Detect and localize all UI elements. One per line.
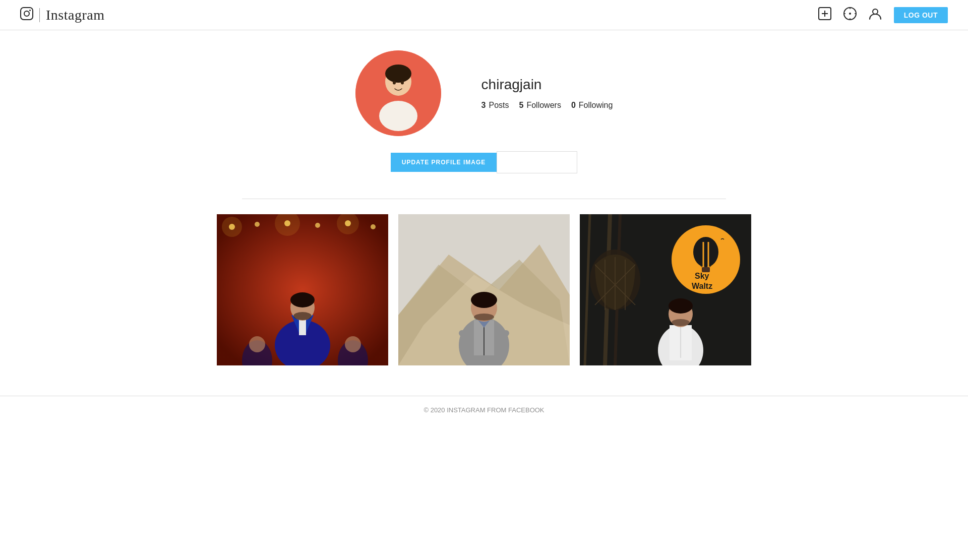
svg-point-17 xyxy=(393,81,396,85)
instagram-camera-icon xyxy=(20,7,33,23)
profile-row: chiragjain 3 Posts 5 Followers 0 Followi… xyxy=(355,50,613,136)
stat-following: 0 Following xyxy=(571,101,613,110)
profile-info: chiragjain 3 Posts 5 Followers 0 Followi… xyxy=(481,77,613,110)
logo-text: Instagram xyxy=(46,7,104,23)
explore-icon[interactable] xyxy=(843,7,857,23)
update-profile-image-button[interactable]: UPDATE PROFILE IMAGE xyxy=(391,153,497,172)
update-profile-row: UPDATE PROFILE IMAGE xyxy=(391,151,577,173)
profile-username: chiragjain xyxy=(481,77,613,93)
svg-rect-50 xyxy=(495,330,509,336)
post-1-inner xyxy=(217,214,388,365)
post-item[interactable] xyxy=(398,214,570,365)
svg-rect-0 xyxy=(21,8,33,20)
logo-divider xyxy=(39,8,40,22)
svg-point-36 xyxy=(249,336,265,352)
svg-point-24 xyxy=(315,223,320,228)
following-label: Following xyxy=(579,101,613,110)
profile-nav-icon[interactable] xyxy=(869,7,882,23)
footer-text: © 2020 INSTAGRAM FROM FACEBOOK xyxy=(424,406,544,414)
svg-point-38 xyxy=(345,336,361,352)
svg-point-7 xyxy=(849,13,851,15)
header-nav: LOG OUT xyxy=(818,7,948,23)
svg-point-74 xyxy=(669,298,693,314)
svg-point-26 xyxy=(371,224,376,229)
svg-point-22 xyxy=(255,222,260,227)
header: Instagram LOG OUT xyxy=(0,0,968,30)
avatar xyxy=(355,50,441,136)
svg-point-1 xyxy=(24,11,29,16)
svg-point-47 xyxy=(471,292,497,308)
svg-text:Waltz: Waltz xyxy=(692,282,712,290)
svg-point-16 xyxy=(379,101,417,131)
svg-text:Sky: Sky xyxy=(695,272,709,280)
svg-point-15 xyxy=(385,65,411,83)
svg-point-75 xyxy=(672,319,690,326)
logout-button[interactable]: LOG OUT xyxy=(894,7,948,23)
followers-label: Followers xyxy=(526,101,561,110)
profile-section: chiragjain 3 Posts 5 Followers 0 Followi… xyxy=(0,30,968,194)
posts-divider xyxy=(242,199,726,199)
post-2-inner xyxy=(398,214,570,365)
svg-rect-49 xyxy=(459,330,473,336)
footer: © 2020 INSTAGRAM FROM FACEBOOK xyxy=(0,396,968,424)
posts-label: Posts xyxy=(489,101,509,110)
posts-grid: Sky Waltz xyxy=(182,214,786,396)
following-count: 0 xyxy=(571,101,576,110)
svg-point-12 xyxy=(873,9,878,14)
svg-point-2 xyxy=(29,10,31,11)
stat-posts: 3 Posts xyxy=(481,101,509,110)
posts-count: 3 xyxy=(481,101,486,110)
add-post-icon[interactable] xyxy=(818,7,831,23)
svg-point-18 xyxy=(401,81,404,85)
svg-point-33 xyxy=(290,292,315,307)
svg-point-48 xyxy=(474,314,494,321)
svg-point-27 xyxy=(222,217,242,237)
file-input[interactable] xyxy=(497,151,577,173)
post-3-inner: Sky Waltz xyxy=(580,214,751,365)
profile-stats: 3 Posts 5 Followers 0 Following xyxy=(481,101,613,110)
post-item[interactable] xyxy=(217,214,388,365)
post-item[interactable]: Sky Waltz xyxy=(580,214,751,365)
stat-followers: 5 Followers xyxy=(519,101,561,110)
followers-count: 5 xyxy=(519,101,524,110)
logo-area: Instagram xyxy=(20,7,104,23)
svg-point-34 xyxy=(293,312,312,320)
